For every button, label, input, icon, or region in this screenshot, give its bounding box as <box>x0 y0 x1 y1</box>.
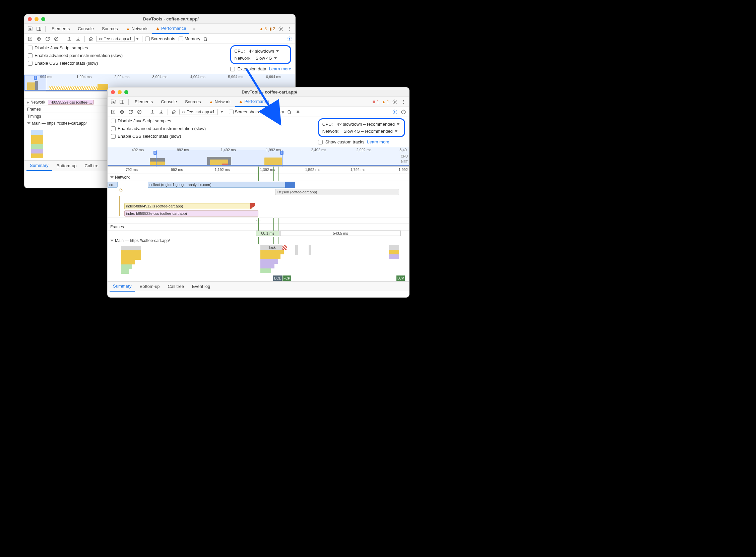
reload-icon[interactable] <box>127 108 134 116</box>
extension-data-checkbox[interactable] <box>230 67 235 71</box>
titlebar[interactable]: DevTools - coffee-cart.app/ <box>108 87 409 97</box>
download-icon[interactable] <box>157 108 165 116</box>
titlebar[interactable]: DevTools - coffee-cart.app/ <box>25 14 295 24</box>
frame-pill[interactable]: 543.5 ms <box>280 231 401 236</box>
css-stats-checkbox[interactable] <box>28 61 32 66</box>
net-request[interactable]: collect (region1.google-analytics.com) <box>148 182 285 188</box>
record-page-icon[interactable] <box>27 35 34 42</box>
screenshots-checkbox[interactable] <box>145 36 150 41</box>
zoom-icon[interactable] <box>41 17 45 21</box>
tab-console[interactable]: Console <box>74 24 97 34</box>
tab-elements[interactable]: Elements <box>48 24 73 34</box>
overview-timeline[interactable]: 492 ms 992 ms 1,492 ms 1,992 ms 2,492 ms… <box>108 147 409 167</box>
tab-elements[interactable]: Elements <box>131 97 156 107</box>
inspect-icon[interactable] <box>110 98 117 106</box>
network-throttle-select[interactable]: Slow 4G <box>254 56 278 61</box>
home-icon[interactable] <box>87 35 95 42</box>
tab-network[interactable]: ▲Network <box>206 97 234 107</box>
disable-js-checkbox[interactable] <box>111 119 116 123</box>
device-icon[interactable] <box>35 25 42 32</box>
warning-badge[interactable]: ▲ 1 <box>381 99 390 104</box>
collapse-icon[interactable] <box>110 176 114 178</box>
tab-summary[interactable]: Summary <box>27 161 52 171</box>
tab-event-log[interactable]: Event log <box>189 282 213 292</box>
tab-call-tree[interactable]: Call tree <box>164 282 187 292</box>
tab-sources[interactable]: Sources <box>182 97 204 107</box>
collapse-icon[interactable] <box>27 122 30 124</box>
frames-track-body[interactable]: 88.1 ms 543.5 ms <box>108 231 409 237</box>
css-stats-checkbox[interactable] <box>111 134 116 139</box>
net-request[interactable]: index-b859522e.css (coffee-cart.app) <box>124 210 259 216</box>
screenshots-checkbox[interactable] <box>229 110 234 114</box>
more-tabs-icon[interactable]: » <box>191 25 198 32</box>
tab-bottom-up[interactable]: Bottom-up <box>137 282 163 292</box>
net-request[interactable]: co… <box>108 182 118 188</box>
device-icon[interactable] <box>118 98 126 106</box>
gc-icon[interactable] <box>285 108 293 116</box>
tab-network[interactable]: ▲Network <box>123 24 151 34</box>
info-badge[interactable]: ▮ 2 <box>269 27 276 31</box>
close-icon[interactable] <box>111 90 115 94</box>
tab-performance[interactable]: ▲Performance <box>152 24 189 34</box>
record-icon[interactable] <box>35 35 42 42</box>
frame-pill[interactable]: 88.1 ms <box>256 231 279 236</box>
upload-icon[interactable] <box>66 35 73 42</box>
kebab-icon[interactable]: ⋮ <box>286 25 293 32</box>
record-page-icon[interactable] <box>110 108 117 116</box>
learn-more-link[interactable]: Learn more <box>269 66 291 71</box>
tab-summary[interactable]: Summary <box>110 282 135 292</box>
net-request[interactable]: index-8bfa4912.js (coffee-cart.app) <box>124 203 252 209</box>
upload-icon[interactable] <box>149 108 156 116</box>
tab-call-tree[interactable]: Call tre <box>82 161 102 171</box>
shortcuts-icon[interactable] <box>294 108 302 116</box>
adv-paint-checkbox[interactable] <box>111 126 116 131</box>
minimize-icon[interactable] <box>118 90 122 94</box>
tab-performance[interactable]: ▲Performance <box>235 97 272 107</box>
tab-bottom-up[interactable]: Bottom-up <box>53 161 80 171</box>
cpu-throttle-select[interactable]: 4× slowdown – recommended <box>335 122 401 127</box>
disable-js-checkbox[interactable] <box>28 46 32 50</box>
tab-console[interactable]: Console <box>157 97 180 107</box>
home-icon[interactable] <box>171 108 178 116</box>
fcp-marker[interactable]: FCP <box>282 275 291 281</box>
memory-checkbox[interactable] <box>262 110 267 114</box>
settings-icon[interactable] <box>391 98 398 106</box>
chevron-down-icon[interactable] <box>136 38 139 40</box>
network-item[interactable]: ‹-b859522e.css (coffee-… <box>48 100 94 105</box>
kebab-icon[interactable]: ⋮ <box>400 98 407 106</box>
main-track-body[interactable]: Task DCL FCP LCP <box>108 244 409 281</box>
network-track-body[interactable]: co… collect (region1.google-analytics.co… <box>108 181 409 218</box>
settings-icon[interactable] <box>277 25 284 32</box>
inspect-icon[interactable] <box>27 25 34 32</box>
custom-tracks-checkbox[interactable] <box>318 140 323 144</box>
tab-sources[interactable]: Sources <box>98 24 121 34</box>
reload-icon[interactable] <box>44 35 51 42</box>
error-badge[interactable]: ⊗ 1 <box>372 99 380 104</box>
download-icon[interactable] <box>74 35 82 42</box>
capture-settings-icon[interactable] <box>391 108 398 116</box>
lcp-marker[interactable]: LCP <box>396 275 405 281</box>
time-ruler[interactable]: 792 ms 992 ms 1,192 ms 1,392 ms 1,592 ms… <box>108 167 409 174</box>
learn-more-link[interactable]: Learn more <box>367 139 389 144</box>
chevron-down-icon[interactable] <box>220 111 223 113</box>
clear-icon[interactable] <box>136 108 143 116</box>
collapse-icon[interactable] <box>110 240 114 242</box>
adv-paint-checkbox[interactable] <box>28 53 32 58</box>
close-icon[interactable] <box>28 17 32 21</box>
more-tabs-icon[interactable]: » <box>274 98 281 106</box>
help-icon[interactable] <box>400 108 407 116</box>
clear-icon[interactable] <box>53 35 60 42</box>
network-throttle-select[interactable]: Slow 4G – recommended <box>342 129 399 134</box>
gc-icon[interactable] <box>202 35 209 42</box>
memory-checkbox[interactable] <box>179 36 183 41</box>
zoom-icon[interactable] <box>124 90 128 94</box>
capture-settings-icon[interactable] <box>286 35 293 42</box>
record-icon[interactable] <box>118 108 126 116</box>
recording-select[interactable]: coffee-cart.app #1 <box>179 109 218 115</box>
minimize-icon[interactable] <box>34 17 38 21</box>
warning-badge[interactable]: ▲ 3 <box>259 27 267 31</box>
recording-select[interactable]: coffee-cart.app #1 <box>96 36 135 42</box>
dcl-marker[interactable]: DCL <box>273 275 282 281</box>
net-request[interactable]: list.json (coffee-cart.app) <box>275 189 399 195</box>
cpu-throttle-select[interactable]: 4× slowdown <box>248 49 280 54</box>
